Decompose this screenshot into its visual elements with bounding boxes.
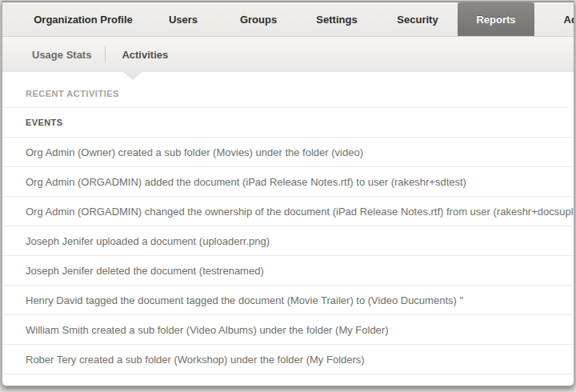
activity-text: William Smith created a sub folder (Vide…	[26, 324, 389, 336]
activity-text: Rober Tery created a sub folder (Product…	[26, 383, 384, 387]
activity-row: Org Admin (Owner) created a sub folder (…	[2, 138, 574, 167]
tab-users[interactable]: Users	[169, 2, 198, 36]
subtab-activities[interactable]: Activities	[106, 37, 184, 72]
reports-activities-panel: Organization Profile Users Groups Settin…	[2, 1, 574, 386]
activity-text: Org Admin (ORGADMIN) changed the ownersh…	[26, 206, 574, 218]
activity-text: Org Admin (ORGADMIN) added the document …	[26, 176, 466, 188]
activity-text: Joseph Jenifer deleted the document (tes…	[26, 265, 264, 277]
tab-admin-clipped[interactable]: Adm	[564, 2, 574, 36]
sub-tab-bar: Usage Stats Activities	[2, 37, 574, 72]
tab-organization-profile[interactable]: Organization Profile	[34, 2, 133, 36]
activity-text: Henry David tagged the document tagged t…	[26, 294, 463, 306]
activity-row: Joseph Jenifer uploaded a document (uplo…	[2, 226, 574, 256]
section-title: RECENT ACTIVITIES	[2, 72, 569, 108]
activity-row: Rober Tery created a sub folder (Worksho…	[2, 345, 574, 374]
activity-row: Org Admin (ORGADMIN) added the document …	[2, 167, 574, 197]
activities-content: RECENT ACTIVITIES EVENTS Org Admin (Owne…	[2, 72, 574, 386]
activity-text: Joseph Jenifer uploaded a document (uplo…	[26, 235, 270, 247]
activity-row: Joseph Jenifer deleted the document (tes…	[2, 256, 574, 286]
tab-settings[interactable]: Settings	[316, 2, 357, 36]
activity-row: Rober Tery created a sub folder (Product…	[2, 374, 574, 386]
tab-reports[interactable]: Reports	[458, 2, 534, 36]
subtab-usage-stats[interactable]: Usage Stats	[18, 37, 105, 72]
activity-row: Org Admin (ORGADMIN) changed the ownersh…	[2, 197, 574, 226]
activity-row: William Smith created a sub folder (Vide…	[2, 315, 574, 345]
activity-text: Rober Tery created a sub folder (Worksho…	[26, 354, 365, 366]
activity-text: Org Admin (Owner) created a sub folder (…	[26, 146, 363, 158]
activity-row: Henry David tagged the document tagged t…	[2, 286, 574, 315]
tab-groups[interactable]: Groups	[240, 2, 277, 36]
main-tab-bar: Organization Profile Users Groups Settin…	[2, 2, 574, 37]
tab-security[interactable]: Security	[397, 2, 438, 36]
events-header: EVENTS	[2, 108, 574, 138]
active-subtab-pointer-icon	[123, 72, 142, 80]
